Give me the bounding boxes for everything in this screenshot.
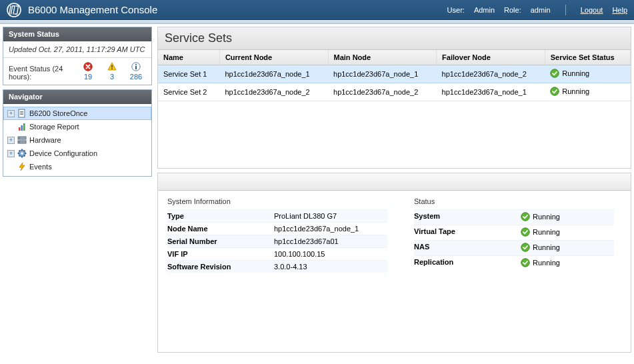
spacer xyxy=(7,163,15,171)
role-label: Role: xyxy=(504,6,521,14)
system-information-section: System Information TypeProLiant DL380 G7… xyxy=(167,197,387,273)
detail-panel: System Information TypeProLiant DL380 G7… xyxy=(157,173,631,353)
status-value: Running xyxy=(521,258,614,269)
status-row: NASRunning xyxy=(414,240,614,255)
cell-name: Service Set 2 xyxy=(158,83,219,101)
chart-icon xyxy=(17,122,27,131)
table-row[interactable]: Service Set 1hp1cc1de23d67a_node_1hp1cc1… xyxy=(158,65,631,83)
event-status-label: Event Status (24 hours): xyxy=(9,65,74,81)
page-title: Service Sets xyxy=(158,27,631,50)
error-icon xyxy=(83,62,93,71)
status-value: Running xyxy=(521,227,614,238)
sysinfo-key: Type xyxy=(167,212,274,220)
nav-item-storage-report[interactable]: Storage Report xyxy=(3,120,151,133)
server-icon xyxy=(17,135,27,145)
expand-icon[interactable]: + xyxy=(7,150,15,157)
system-status-panel: System Status Updated Oct. 27, 2011, 11:… xyxy=(3,27,152,85)
nav-item-label: Device Configuration xyxy=(29,149,97,157)
navigator-tree: +B6200 StoreOnceStorage Report+Hardware+… xyxy=(3,104,151,176)
nav-item-label: B6200 StoreOnce xyxy=(29,109,87,117)
bolt-icon xyxy=(17,162,27,171)
cell-failover: hp1cc1de23d67a_node_1 xyxy=(437,83,545,101)
info-count[interactable]: 286 xyxy=(130,73,142,81)
nav-item-hardware[interactable]: +Hardware xyxy=(3,133,151,147)
error-count[interactable]: 19 xyxy=(84,73,92,81)
cell-main: hp1cc1de23d67a_node_2 xyxy=(328,83,437,101)
warning-icon xyxy=(107,62,117,71)
cell-status: Running xyxy=(545,65,630,83)
nav-item-label: Events xyxy=(29,163,52,171)
sysinfo-value: 3.0.0-4.13 xyxy=(274,263,387,271)
detail-tabs xyxy=(158,173,631,191)
column-header[interactable]: Name xyxy=(158,50,219,65)
system-status-header: System Status xyxy=(3,27,151,41)
column-header[interactable]: Current Node xyxy=(219,50,328,65)
nav-item-label: Hardware xyxy=(29,136,61,144)
sysinfo-key: Software Revision xyxy=(167,263,274,271)
hp-logo-icon xyxy=(7,3,21,17)
sysinfo-key: Node Name xyxy=(167,225,274,233)
status-section: Status SystemRunningVirtual TapeRunningN… xyxy=(414,197,614,273)
status-updated: Updated Oct. 27, 2011, 11:17:29 AM UTC xyxy=(3,41,151,58)
status-row: SystemRunning xyxy=(414,209,614,225)
status-value: Running xyxy=(521,212,614,223)
role-value: admin xyxy=(531,6,551,14)
column-header[interactable]: Main Node xyxy=(328,50,437,65)
nav-item-events[interactable]: Events xyxy=(3,160,151,173)
table-row[interactable]: Service Set 2hp1cc1de23d67a_node_2hp1cc1… xyxy=(158,83,631,101)
logout-link[interactable]: Logout xyxy=(581,6,603,14)
expand-icon[interactable]: + xyxy=(7,110,15,117)
ok-icon xyxy=(521,258,530,267)
cell-status: Running xyxy=(545,83,630,101)
status-key: Virtual Tape xyxy=(414,227,521,238)
nav-item-b6200-storeonce[interactable]: +B6200 StoreOnce xyxy=(3,107,151,120)
status-key: Replication xyxy=(414,258,521,269)
sysinfo-value: 100.100.100.15 xyxy=(274,250,387,258)
sysinfo-value: hp1cc1de23d67a_node_1 xyxy=(274,225,387,233)
warning-count[interactable]: 3 xyxy=(110,73,114,81)
ok-icon xyxy=(550,87,559,96)
sysinfo-title: System Information xyxy=(167,197,387,205)
gear-icon xyxy=(17,149,27,158)
sysinfo-value: hp1cc1de23d67a01 xyxy=(274,237,387,245)
user-value: Admin xyxy=(474,6,495,14)
navigator-panel: Navigator +B6200 StoreOnceStorage Report… xyxy=(3,89,152,177)
nav-item-device-configuration[interactable]: +Device Configuration xyxy=(3,147,151,160)
sysinfo-value: ProLiant DL380 G7 xyxy=(274,212,387,220)
service-sets-panel: Service Sets NameCurrent NodeMain NodeFa… xyxy=(157,27,631,169)
user-label: User: xyxy=(447,6,465,14)
sysinfo-row: Software Revision3.0.0-4.13 xyxy=(167,260,387,273)
navigator-header: Navigator xyxy=(3,90,151,104)
column-header[interactable]: Service Set Status xyxy=(545,50,630,65)
app-title: B6000 Management Console xyxy=(28,4,157,15)
user-block: User: Admin Role: admin Logout Help xyxy=(447,5,627,15)
info-icon xyxy=(131,62,141,71)
sysinfo-row: Node Namehp1cc1de23d67a_node_1 xyxy=(167,222,387,235)
top-bar: B6000 Management Console User: Admin Rol… xyxy=(0,0,634,20)
status-key: System xyxy=(414,212,521,223)
column-header[interactable]: Failover Node xyxy=(437,50,545,65)
help-link[interactable]: Help xyxy=(612,6,627,14)
doc-icon xyxy=(17,109,27,118)
status-row: Virtual TapeRunning xyxy=(414,225,614,240)
status-row: ReplicationRunning xyxy=(414,255,614,271)
ok-icon xyxy=(521,227,530,237)
cell-current: hp1cc1de23d67a_node_2 xyxy=(219,83,328,101)
spacer xyxy=(7,123,15,131)
service-sets-table: NameCurrent NodeMain NodeFailover NodeSe… xyxy=(158,50,631,101)
sysinfo-key: Serial Number xyxy=(167,237,274,245)
event-status-row: Event Status (24 hours): 19 3 286 xyxy=(3,58,151,85)
sysinfo-row: VIF IP100.100.100.15 xyxy=(167,247,387,260)
sysinfo-key: VIF IP xyxy=(167,250,274,258)
ok-icon xyxy=(521,243,530,252)
status-value: Running xyxy=(521,243,614,253)
sysinfo-row: Serial Numberhp1cc1de23d67a01 xyxy=(167,235,387,247)
expand-icon[interactable]: + xyxy=(7,137,15,144)
cell-name: Service Set 1 xyxy=(158,65,219,83)
ok-icon xyxy=(550,69,559,78)
sysinfo-row: TypeProLiant DL380 G7 xyxy=(167,209,387,222)
cell-main: hp1cc1de23d67a_node_1 xyxy=(328,65,437,83)
ok-icon xyxy=(521,212,530,221)
divider xyxy=(565,5,566,15)
status-title: Status xyxy=(414,197,614,205)
